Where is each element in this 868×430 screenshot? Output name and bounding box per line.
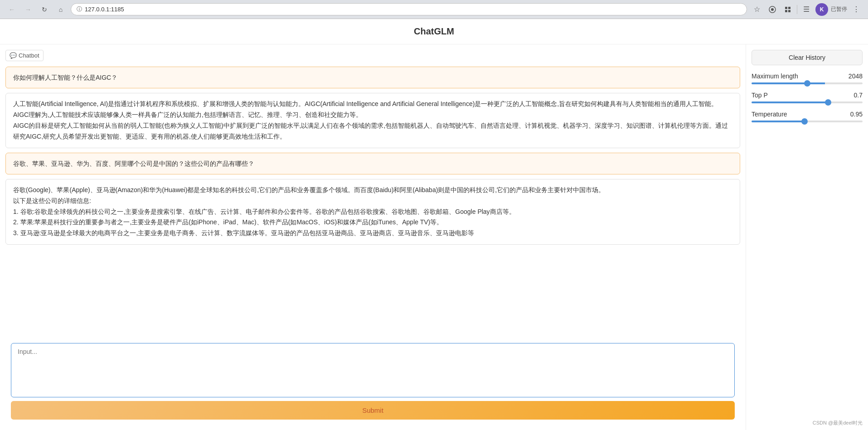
max-length-value: 2048	[849, 72, 863, 80]
user-message-1-text: 你如何理解人工智能？什么是AIGC？	[13, 74, 117, 81]
svg-rect-5	[788, 10, 790, 12]
chat-messages: 你如何理解人工智能？什么是AIGC？ 人工智能(Artificial Intel…	[5, 67, 740, 339]
temperature-header: Temperature 0.95	[752, 111, 863, 118]
max-length-group: Maximum length 2048	[752, 72, 863, 84]
bookmark-button[interactable]: ☆	[751, 3, 763, 16]
top-p-value: 0.7	[854, 92, 863, 99]
address-bar: ⓘ 127.0.0.1:1185	[71, 3, 747, 15]
user-message-2-text: 谷歌、苹果、亚马逊、华为、百度、阿里哪个公司是中国的？这些公司的产品有哪些？	[13, 160, 254, 167]
home-button[interactable]: ⌂	[54, 3, 67, 16]
location-icon: ⓘ	[77, 5, 82, 13]
temperature-label: Temperature	[752, 111, 787, 118]
temperature-value: 0.95	[850, 111, 863, 118]
input-area: Submit	[5, 339, 740, 425]
assistant-message-1: 人工智能(Artificial Intelligence, AI)是指通过计算机…	[5, 93, 740, 148]
max-length-slider[interactable]	[752, 82, 863, 84]
assistant-message-2: 谷歌(Google)、苹果(Apple)、亚马逊(Amazon)和华为(Huaw…	[5, 179, 740, 245]
extension2-button[interactable]	[781, 3, 794, 16]
svg-rect-3	[788, 7, 790, 9]
svg-point-1	[771, 8, 774, 11]
top-p-group: Top P 0.7	[752, 92, 863, 103]
profile-button[interactable]: K	[815, 3, 828, 16]
chatbot-tab: 💬 Chatbot	[5, 50, 44, 61]
top-p-label: Top P	[752, 92, 768, 99]
assistant-message-1-text: 人工智能(Artificial Intelligence, AI)是指通过计算机…	[13, 100, 728, 140]
svg-rect-4	[785, 10, 787, 12]
top-p-header: Top P 0.7	[752, 92, 863, 99]
svg-rect-2	[785, 7, 787, 9]
menu-button[interactable]: ⋮	[850, 3, 863, 16]
chatbot-tab-label: Chatbot	[19, 52, 39, 59]
top-p-slider[interactable]	[752, 101, 863, 103]
submit-button[interactable]: Submit	[11, 401, 735, 420]
temperature-group: Temperature 0.95	[752, 111, 863, 122]
temperature-slider[interactable]	[752, 121, 863, 122]
user-message-1: 你如何理解人工智能？什么是AIGC？	[5, 67, 740, 88]
max-length-header: Maximum length 2048	[752, 72, 863, 80]
chatbot-icon: 💬	[10, 52, 17, 59]
status-text: 已暂停	[831, 5, 847, 13]
chat-input[interactable]	[11, 343, 735, 397]
page-content: ChatGLM 💬 Chatbot 你如何理解人工智能？什么是AIGC？ 人工智…	[0, 19, 868, 430]
sidebar: Clear History Maximum length 2048 Top P …	[746, 44, 868, 430]
assistant-message-2-text: 谷歌(Google)、苹果(Apple)、亚马逊(Amazon)和华为(Huaw…	[13, 186, 605, 237]
watermark: CSDN @最美deel时光	[813, 420, 863, 426]
refresh-button[interactable]: ↻	[38, 3, 51, 16]
extension1-button[interactable]	[766, 3, 779, 16]
forward-button[interactable]: →	[22, 3, 34, 16]
main-container: 💬 Chatbot 你如何理解人工智能？什么是AIGC？ 人工智能(Artifi…	[0, 44, 868, 430]
clear-history-button[interactable]: Clear History	[752, 50, 863, 65]
user-message-2: 谷歌、苹果、亚马逊、华为、百度、阿里哪个公司是中国的？这些公司的产品有哪些？	[5, 153, 740, 174]
max-length-label: Maximum length	[752, 72, 798, 80]
url-text: 127.0.0.1:1185	[85, 6, 124, 13]
back-button[interactable]: ←	[5, 3, 18, 16]
chat-area: 💬 Chatbot 你如何理解人工智能？什么是AIGC？ 人工智能(Artifi…	[0, 44, 746, 430]
page-title: ChatGLM	[0, 19, 868, 44]
sidebar-toggle-button[interactable]: ☰	[800, 3, 813, 16]
browser-actions: ☆ ☰ K 已暂停 ⋮	[751, 3, 863, 16]
browser-chrome: ← → ↻ ⌂ ⓘ 127.0.0.1:1185 ☆ ☰ K 已暂停 ⋮	[0, 0, 868, 19]
